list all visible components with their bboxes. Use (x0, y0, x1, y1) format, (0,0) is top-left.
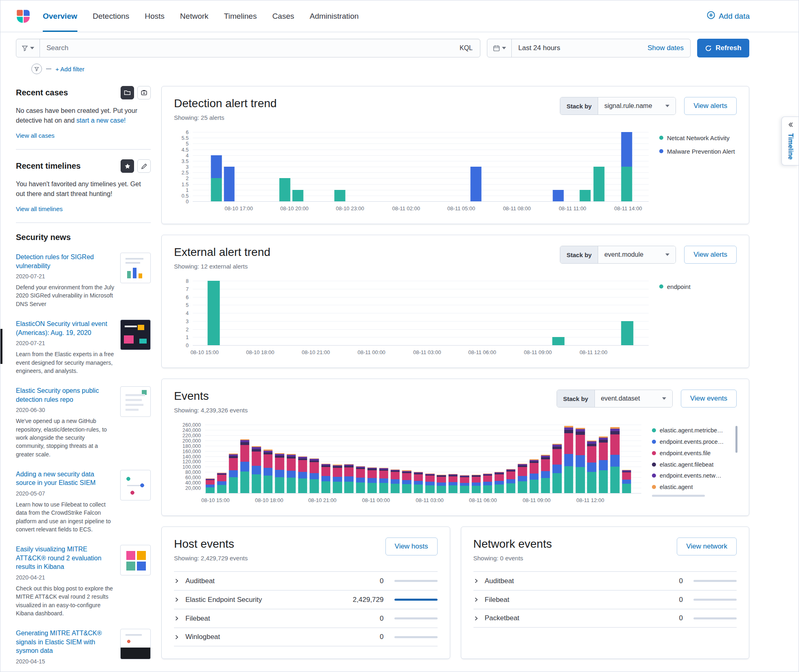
network-event-row[interactable]: Auditbeat 0 (473, 571, 737, 590)
tab-cases[interactable]: Cases (272, 0, 294, 32)
view-hosts-button[interactable]: View hosts (385, 538, 438, 555)
news-item: Easily visualizing MITRE ATT&CK® round 2… (16, 545, 151, 617)
chevron-right-icon (174, 616, 185, 621)
filter-options-button[interactable] (31, 64, 42, 74)
news-title-link[interactable]: Easily visualizing MITRE ATT&CK® round 2… (16, 545, 114, 571)
saved-query-menu-button[interactable] (16, 39, 40, 57)
legend-item[interactable]: endpoint (659, 283, 737, 291)
tab-hosts[interactable]: Hosts (145, 0, 165, 32)
news-title-link[interactable]: Detection rules for SIGRed vulnerability (16, 253, 114, 270)
showing-count: Showing: 4,239,326 events (174, 407, 248, 414)
legend-item[interactable]: elastic.agent.filebeat (652, 461, 737, 469)
stack-by-select[interactable]: Stack by event.dataset (557, 390, 673, 408)
all-cases-icon-button[interactable] (121, 86, 134, 99)
legend-dot (652, 451, 656, 455)
time-range-value[interactable]: Last 24 hours (512, 44, 567, 52)
add-filter-link[interactable]: + Add filter (55, 66, 84, 73)
chart-bar (610, 427, 619, 493)
view-all-cases-link[interactable]: View all cases (16, 132, 55, 139)
news-title-link[interactable]: ElasticON Security virtual event (Americ… (16, 319, 114, 337)
x-axis-label: 08-10 17:00 (225, 205, 253, 212)
add-data-link[interactable]: Add data (707, 11, 750, 21)
news-title-link[interactable]: Elastic Security opens public detection … (16, 386, 114, 404)
tab-overview[interactable]: Overview (43, 0, 77, 32)
tab-administration[interactable]: Administration (310, 0, 359, 32)
legend-item[interactable]: elastic.agent.metricbe… (652, 427, 737, 434)
search-input[interactable] (40, 44, 452, 52)
news-title-link[interactable]: Adding a new security data source in you… (16, 470, 114, 487)
news-thumbnail[interactable] (120, 545, 151, 575)
view-events-button[interactable]: View events (681, 390, 737, 408)
stack-by-select[interactable]: Stack by signal.rule.name (560, 97, 676, 115)
filter-row: + Add filter (16, 57, 749, 75)
legend-item[interactable]: endpoint.events.proce… (652, 438, 737, 446)
event-progress-bar (693, 617, 737, 619)
create-case-icon-button[interactable] (137, 86, 151, 99)
start-new-case-link[interactable]: start a new case! (77, 117, 126, 124)
stack-by-value: event.module (604, 251, 643, 258)
show-dates-link[interactable]: Show dates (647, 44, 690, 52)
chart-legend: Netcat Network ActivityMalware Preventio… (659, 132, 737, 213)
news-description: Defend your environment from the July 20… (16, 283, 114, 308)
legend-scrollbar-vertical[interactable] (735, 426, 737, 453)
legend-item[interactable]: Netcat Network Activity (659, 134, 737, 142)
chevron-right-icon (174, 578, 185, 584)
tab-timelines[interactable]: Timelines (224, 0, 257, 32)
news-title-link[interactable]: Generating MITRE ATT&CK® signals in Elas… (16, 629, 114, 655)
network-event-row[interactable]: Filebeat 0 (473, 590, 737, 609)
y-axis-label: 240,000 (183, 427, 201, 433)
legend-item[interactable]: endpoint.events.file (652, 449, 737, 457)
news-thumbnail[interactable] (120, 253, 151, 283)
chart-plot (193, 132, 649, 202)
network-event-row[interactable]: Packetbeat 0 (473, 609, 737, 628)
query-language-label[interactable]: KQL (452, 44, 480, 52)
y-axis-label: 120,000 (183, 459, 201, 465)
timeline-flyout-tab[interactable]: Timeline (781, 117, 799, 165)
legend-scrollbar-horizontal[interactable] (652, 495, 705, 497)
y-axis: 00.511.522.533.544.555.56 (174, 132, 193, 202)
y-axis-label: 3 (186, 164, 189, 170)
legend-dot (652, 428, 656, 432)
news-thumbnail[interactable] (120, 386, 151, 417)
host-event-row[interactable]: Auditbeat 0 (174, 571, 438, 590)
host-event-row[interactable]: Filebeat 0 (174, 609, 438, 628)
view-network-button[interactable]: View network (677, 538, 737, 555)
tab-detections[interactable]: Detections (93, 0, 130, 32)
news-thumbnail[interactable] (120, 470, 151, 500)
elastic-security-logo-icon[interactable] (16, 9, 31, 24)
legend-item[interactable]: endpoint.events.netw… (652, 472, 737, 480)
security-news-title: Security news (16, 233, 151, 242)
y-axis-label: 5.5 (182, 135, 189, 141)
view-all-timelines-link[interactable]: View all timelines (16, 205, 63, 212)
gridline (193, 337, 649, 337)
refresh-button[interactable]: Refresh (697, 39, 749, 57)
view-alerts-button[interactable]: View alerts (684, 246, 737, 264)
news-thumbnail[interactable] (120, 629, 151, 659)
legend-label: Malware Prevention Alert (667, 148, 735, 156)
legend-dot (652, 485, 656, 489)
security-overview-page: Overview Detections Hosts Network Timeli… (0, 0, 799, 672)
stack-by-select[interactable]: Stack by event.module (560, 246, 676, 264)
chart-legend: endpoint (659, 281, 737, 357)
y-axis-label: 260,000 (183, 422, 201, 428)
y-axis-label: 4.5 (182, 147, 189, 153)
y-axis-label: 180,000 (183, 443, 201, 449)
host-event-row[interactable]: Winlogbeat 0 (174, 628, 438, 646)
legend-item[interactable]: Malware Prevention Alert (659, 148, 737, 156)
favorite-timelines-button[interactable] (121, 159, 134, 173)
chart-bar (506, 469, 515, 493)
event-count: 0 (380, 615, 383, 623)
left-edge-artifact (0, 329, 2, 364)
date-picker-calendar-button[interactable] (487, 39, 512, 57)
new-timeline-button[interactable] (137, 159, 151, 173)
legend-item[interactable]: elastic.agent (652, 483, 737, 491)
gridline (193, 161, 649, 161)
x-axis-label: 08-11 08:00 (503, 205, 530, 212)
news-thumbnail[interactable] (120, 319, 151, 350)
y-axis-label: 5 (186, 141, 189, 147)
x-axis: 08-10 15:0008-10 18:0008-10 21:0008-11 0… (193, 346, 649, 357)
tab-network[interactable]: Network (180, 0, 209, 32)
news-date: 2020-05-07 (16, 490, 114, 497)
view-alerts-button[interactable]: View alerts (684, 97, 737, 115)
host-event-row[interactable]: Elastic Endpoint Security 2,429,729 (174, 590, 438, 609)
